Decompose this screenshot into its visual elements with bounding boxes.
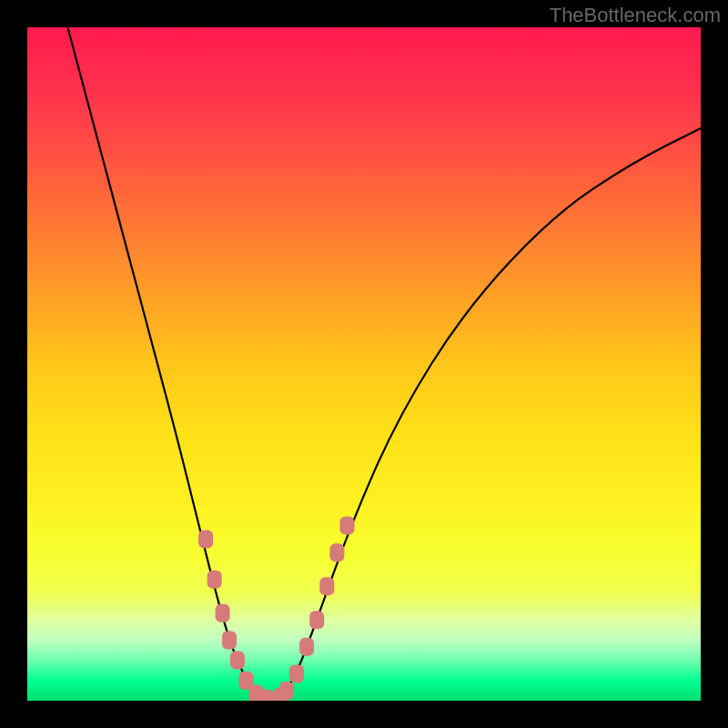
curve-marker — [216, 604, 230, 622]
curve-marker — [340, 517, 355, 535]
curve-marker — [207, 571, 222, 589]
bottleneck-curve — [67, 27, 701, 699]
curve-marker — [309, 611, 324, 629]
curve-marker — [299, 638, 314, 656]
plot-area — [27, 27, 701, 701]
markers-left-group — [198, 530, 274, 701]
watermark-text: TheBottleneck.com — [550, 4, 721, 27]
curve-marker — [279, 682, 294, 700]
curve-marker — [289, 664, 304, 682]
chart-container: TheBottleneck.com — [0, 0, 728, 728]
markers-right-group — [273, 517, 355, 701]
curve-marker — [329, 543, 344, 561]
curve-marker — [198, 530, 213, 548]
bottleneck-curve-svg — [27, 27, 701, 701]
curve-marker — [259, 690, 274, 701]
curve-marker — [222, 631, 237, 649]
curve-marker — [230, 652, 245, 670]
curve-marker — [319, 577, 334, 595]
